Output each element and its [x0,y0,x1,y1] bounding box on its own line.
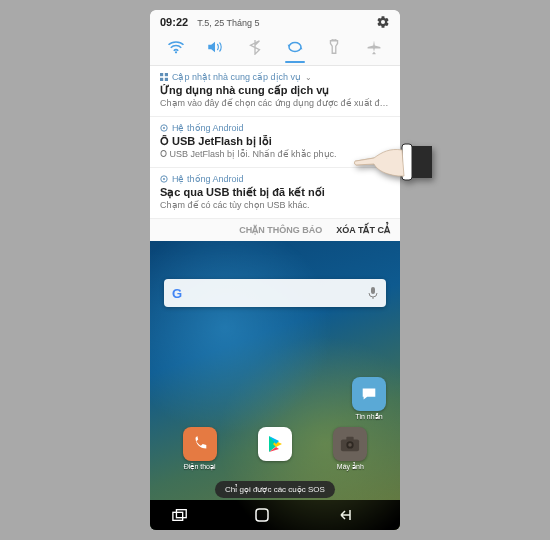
google-logo-icon: G [172,286,182,301]
camera-icon [333,427,367,461]
svg-point-6 [163,127,165,129]
notification-actions: CHẶN THÔNG BÁO XÓA TẤT CẢ [150,219,400,241]
app-phone[interactable]: Điện thoại [177,427,223,471]
notification-item[interactable]: Cập nhật nhà cung cấp dịch vụ ⌄ Ứng dụng… [150,66,400,117]
svg-point-0 [175,51,177,53]
app-label: Máy ảnh [337,463,364,471]
svg-rect-11 [347,437,354,441]
airplane-icon[interactable] [362,37,386,57]
chevron-down-icon: ⌄ [305,73,312,82]
wifi-icon[interactable] [164,37,188,57]
settings-gear-icon[interactable] [376,15,390,29]
sound-icon[interactable] [203,37,227,57]
app-camera[interactable]: Máy ảnh [327,427,373,471]
phone-frame: 09:22 T.5, 25 Tháng 5 [150,10,400,530]
status-date: T.5, 25 Tháng 5 [197,18,259,28]
app-messages[interactable]: Tin nhắn [346,377,392,421]
app-label [274,463,276,470]
block-notifications-button[interactable]: CHẶN THÔNG BÁO [239,225,322,235]
phone-icon [183,427,217,461]
bluetooth-icon[interactable] [243,37,267,57]
app-label: Điện thoại [184,463,216,471]
svg-point-13 [348,443,352,447]
play-store-icon [258,427,292,461]
clear-all-button[interactable]: XÓA TẤT CẢ [336,225,390,235]
auto-rotate-icon[interactable] [283,37,307,57]
svg-rect-2 [165,73,168,76]
notification-body: Chạm để có các tùy chọn USB khác. [160,200,390,210]
homescreen[interactable]: G Tin nhắn Điện thoại [150,241,400,530]
notification-title: Ứng dụng nhà cung cấp dịch vụ [160,84,390,97]
status-bar: 09:22 T.5, 25 Tháng 5 [150,10,400,31]
messages-icon [352,377,386,411]
app-play-store[interactable] [252,427,298,471]
mic-icon[interactable] [368,286,378,300]
svg-point-8 [163,178,165,180]
quick-settings-row [150,31,400,66]
flashlight-icon[interactable] [322,37,346,57]
status-time: 09:22 [160,16,188,28]
notification-body: Chạm vào đây để chọn các ứng dụng được đ… [160,98,390,108]
pointer-hand-icon [352,138,432,188]
notification-app-label: Cập nhật nhà cung cấp dịch vụ ⌄ [160,72,390,82]
notification-shade: 09:22 T.5, 25 Tháng 5 [150,10,400,241]
app-label: Tin nhắn [355,413,382,421]
notification-app-label: Hệ thống Android [160,123,390,133]
svg-rect-3 [160,78,163,81]
status-time-date: 09:22 T.5, 25 Tháng 5 [160,16,260,28]
svg-rect-1 [160,73,163,76]
svg-rect-9 [371,287,375,294]
sos-toast: Chỉ gọi được các cuộc SOS [215,481,335,498]
app-row: Tin nhắn [150,377,400,421]
google-search-bar[interactable]: G [164,279,386,307]
dock-row: Điện thoại Máy ảnh [150,427,400,475]
svg-rect-4 [165,78,168,81]
